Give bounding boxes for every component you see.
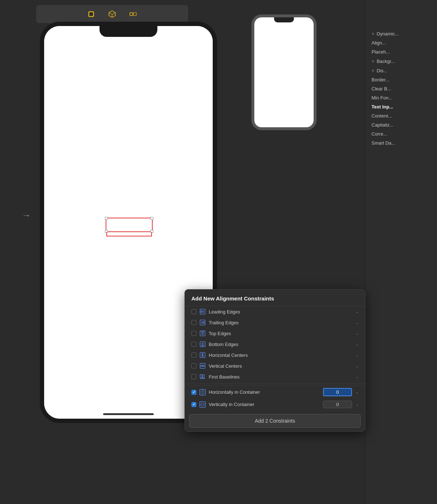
red-ui-element[interactable]	[106, 218, 153, 232]
trailing-edges-label: Trailing Edges	[209, 320, 352, 325]
panel-label: Smart Da...	[372, 140, 395, 146]
iphone-small-screen	[254, 17, 314, 127]
leading-edges-icon	[199, 308, 206, 315]
row-first-baselines[interactable]: First Baselines ⌄	[185, 371, 365, 382]
checkbox-trailing-edges[interactable]	[191, 320, 196, 325]
checkbox-first-baselines[interactable]	[191, 374, 196, 379]
stop-icon[interactable]	[86, 9, 96, 19]
svg-rect-11	[201, 321, 203, 324]
svg-rect-26	[203, 375, 204, 378]
dropdown-arrow: ⌄	[356, 375, 358, 379]
panel-label: Corre...	[372, 131, 387, 137]
box-icon[interactable]	[107, 9, 117, 19]
horizontally-container-icon	[199, 389, 206, 396]
panel-item-textinp: Text Inp...	[372, 102, 433, 111]
dropdown-arrow: ⌄	[356, 332, 358, 336]
vertically-container-icon	[199, 401, 206, 408]
constraints-popup: Add New Alignment Constraints Leading Ed…	[184, 289, 365, 432]
panel-item-align: Align...	[372, 38, 433, 47]
vertical-centers-value: ⌄	[355, 364, 358, 368]
panel-item-backgr: + Backgr...	[372, 56, 433, 66]
bottom-edges-icon	[199, 341, 206, 347]
right-panel: + Dynamic... Align... Placeh... + Backgr…	[365, 0, 437, 504]
vertical-centers-label: Vertical Centers	[209, 363, 352, 369]
panel-label: Content...	[372, 113, 392, 119]
checkbox-horizontal-centers[interactable]	[191, 353, 196, 358]
plus-icon: +	[372, 31, 374, 37]
svg-rect-14	[201, 333, 204, 335]
row-vertical-centers[interactable]: Vertical Centers ⌄	[185, 360, 365, 371]
panel-item-dynamic: + Dynamic...	[372, 29, 433, 38]
row-vertically-container[interactable]: Vertically in Container ⌄	[185, 398, 365, 410]
add-constraints-button[interactable]: Add 2 Constraints	[189, 414, 361, 428]
horizontal-centers-value: ⌄	[355, 353, 358, 357]
panel-item-capitaliz: Capitaliz...	[372, 120, 433, 129]
row-trailing-edges[interactable]: Trailing Edges ⌄	[185, 317, 365, 328]
nav-arrow-right[interactable]: →	[22, 210, 31, 221]
handle-top-right[interactable]	[150, 217, 153, 220]
svg-rect-25	[200, 375, 202, 378]
checkbox-vertically-container[interactable]	[191, 402, 196, 407]
row-top-edges[interactable]: Top Edges ⌄	[185, 328, 365, 339]
bottom-edges-value: ⌄	[355, 342, 358, 346]
svg-rect-8	[202, 311, 204, 313]
trailing-edges-value: ⌄	[355, 321, 358, 325]
checkbox-vertical-centers[interactable]	[191, 363, 196, 368]
vertically-container-label: Vertically in Container	[209, 402, 320, 407]
panel-label: Min Fon...	[372, 95, 393, 101]
iphone-small-notch	[274, 17, 294, 22]
horizontal-centers-label: Horizontal Centers	[209, 353, 352, 358]
svg-rect-1	[89, 12, 93, 16]
checkbox-top-edges[interactable]	[191, 331, 196, 336]
checkbox-horizontally-container[interactable]	[191, 390, 196, 395]
iphone-notch	[99, 26, 157, 37]
svg-rect-17	[201, 343, 204, 345]
row-horizontal-centers[interactable]: Horizontal Centers ⌄	[185, 350, 365, 360]
panel-item-content: Content...	[372, 111, 433, 120]
horizontally-container-input[interactable]	[323, 388, 352, 396]
checkbox-bottom-edges[interactable]	[191, 342, 196, 347]
horizontally-container-label: Horizontally in Container	[209, 389, 320, 395]
horizontal-centers-icon	[199, 352, 206, 358]
panel-label: Text Inp...	[372, 104, 393, 110]
plus-icon: +	[372, 68, 374, 73]
top-edges-value: ⌄	[355, 332, 358, 336]
first-baselines-icon	[199, 373, 206, 380]
dropdown-arrow: ⌄	[356, 390, 358, 394]
leading-edges-value: ⌄	[355, 310, 358, 314]
toolbar	[36, 5, 188, 23]
panel-item-clearb: Clear B...	[372, 84, 433, 93]
handle-top-left[interactable]	[105, 217, 108, 220]
panel-label: Placeh...	[372, 49, 390, 55]
vertically-container-input[interactable]	[323, 401, 352, 408]
iphone-home-bar	[103, 413, 154, 415]
panel-label: Dynamic...	[377, 31, 399, 37]
checkbox-leading-edges[interactable]	[191, 309, 196, 314]
svg-rect-4	[133, 13, 136, 16]
row-horizontally-container[interactable]: Horizontally in Container ⌄	[185, 385, 365, 398]
plus-icon: +	[372, 58, 374, 64]
row-bottom-edges[interactable]: Bottom Edges ⌄	[185, 339, 365, 350]
row-leading-edges[interactable]: Leading Edges ⌄	[185, 306, 365, 317]
first-baselines-value: ⌄	[355, 375, 358, 379]
panel-label: Dis...	[377, 68, 387, 73]
panel-item-minfon: Min Fon...	[372, 93, 433, 102]
dropdown-arrow: ⌄	[356, 402, 358, 406]
link-icon[interactable]	[128, 9, 138, 19]
panel-item-dis: + Dis...	[372, 66, 433, 75]
panel-label: Backgr...	[377, 59, 395, 64]
first-baselines-label: First Baselines	[209, 374, 352, 380]
panel-item-corre: Corre...	[372, 129, 433, 138]
popup-title: Add New Alignment Constraints	[185, 290, 365, 306]
dropdown-arrow: ⌄	[356, 353, 358, 357]
red-bracket	[106, 232, 152, 236]
panel-item-placeh: Placeh...	[372, 47, 433, 56]
trailing-edges-icon	[199, 319, 206, 326]
panel-label: Border...	[372, 77, 389, 82]
iphone-small-preview	[251, 14, 317, 130]
top-edges-icon	[199, 330, 206, 337]
dropdown-arrow: ⌄	[356, 342, 358, 346]
panel-item-border: Border...	[372, 75, 433, 84]
popup-separator	[185, 384, 365, 384]
vertical-centers-icon	[199, 363, 206, 369]
